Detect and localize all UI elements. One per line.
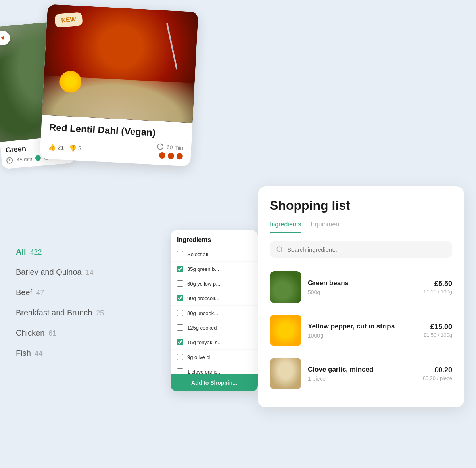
category-count-beef: 47: [36, 289, 44, 297]
item-name-garlic: Clove garlic, minced: [308, 365, 416, 374]
difficulty-dot-1: [159, 152, 165, 159]
ingredients-popup: Ingredients Select all 35g green b... 60…: [171, 230, 258, 391]
shopping-list-panel: Shopping list Ingredients Equipment Gree…: [258, 186, 464, 407]
item-price-main-greenbeans: £5.50: [424, 280, 452, 288]
search-input[interactable]: [287, 246, 446, 253]
item-price-main-yellowpepper: £15.00: [424, 323, 452, 331]
popup-item-6[interactable]: 15g teriyaki s...: [171, 335, 258, 350]
popup-item-8[interactable]: 1 clove garlic...: [171, 364, 258, 374]
search-box[interactable]: [270, 241, 452, 258]
ingredient-label-5: 125g cooked: [187, 325, 217, 331]
item-image-garlic: [270, 358, 301, 389]
card-votes: 👍 21 👎 5: [48, 143, 81, 152]
item-details-greenbeans: Green beans 500g: [308, 279, 417, 295]
card-main-image: NEW: [42, 4, 198, 123]
card-main-name: Red Lentil Dahl (Vegan): [49, 122, 184, 140]
ingredient-label-2: 60g yellow p...: [187, 281, 220, 287]
category-name-breakfast: Breakfast and Brunch: [16, 308, 92, 317]
select-all-checkbox[interactable]: [177, 251, 183, 257]
popup-item-7[interactable]: 9g olive oil: [171, 350, 258, 364]
ingredient-label-7: 9g olive oil: [187, 354, 211, 360]
ingredient-checkbox-6[interactable]: [177, 339, 183, 345]
category-item-fish[interactable]: Fish 44: [16, 343, 159, 363]
popup-item-1[interactable]: 35g green b...: [171, 262, 258, 276]
recipe-card-main[interactable]: NEW Red Lentil Dahl (Vegan) 👍 21 👎 5 60 …: [40, 4, 198, 166]
popup-item-4[interactable]: 80g uncook...: [171, 306, 258, 320]
category-count-breakfast: 25: [96, 309, 104, 317]
svg-point-0: [277, 247, 282, 251]
popup-item-5[interactable]: 125g cooked: [171, 320, 258, 335]
ingredient-checkbox-7[interactable]: [177, 354, 183, 360]
category-item-breakfast[interactable]: Breakfast and Brunch 25: [16, 303, 159, 323]
thumbs-up-count: 21: [58, 144, 64, 151]
category-name-all: All: [16, 247, 26, 257]
ingredient-checkbox-3[interactable]: [177, 295, 183, 301]
item-image-greenbeans: [270, 271, 301, 303]
category-name-barley: Barley and Quinoa: [16, 268, 82, 277]
item-details-yellowpepper: Yellow pepper, cut in strips 1000g: [308, 322, 417, 339]
category-item-barley[interactable]: Barley and Quinoa 14: [16, 262, 159, 282]
item-price-main-garlic: £0.20: [423, 366, 452, 374]
category-name-fish: Fish: [16, 349, 31, 358]
item-price-garlic: £0.20 £0.20 / piece: [423, 366, 452, 381]
category-name-chicken: Chicken: [16, 328, 44, 338]
shopping-item-garlic: Clove garlic, minced 1 piece £0.20 £0.20…: [270, 352, 452, 395]
item-qty-garlic: 1 piece: [308, 376, 416, 382]
difficulty-dot-3: [176, 153, 183, 160]
popup-ingredient-list: Select all 35g green b... 60g yellow p..…: [171, 247, 258, 374]
ingredient-checkbox-2[interactable]: [177, 280, 183, 287]
ingredient-label-4: 80g uncook...: [187, 310, 218, 316]
tab-equipment[interactable]: Equipment: [311, 221, 341, 233]
clock-icon: [6, 157, 13, 164]
item-price-yellowpepper: £15.00 £1.50 / 100g: [424, 323, 452, 338]
item-name-yellowpepper: Yellow pepper, cut in strips: [308, 322, 417, 331]
item-price-greenbeans: £5.50 £1.10 / 100g: [424, 280, 452, 295]
card-left-time: 45 min: [16, 155, 32, 163]
panel-tabs: Ingredients Equipment: [270, 221, 452, 233]
item-qty-yellowpepper: 1000g: [308, 332, 417, 339]
category-item-all[interactable]: All 422: [16, 242, 159, 262]
clock-icon-main: [157, 143, 164, 150]
card-main-time: 60 min: [157, 143, 184, 151]
panel-title: Shopping list: [270, 198, 452, 213]
popup-select-all[interactable]: Select all: [171, 247, 258, 262]
thumbs-down-count: 5: [78, 145, 82, 152]
category-count-fish: 44: [35, 349, 43, 358]
ingredient-checkbox-1[interactable]: [177, 266, 183, 272]
select-all-label: Select all: [187, 251, 208, 257]
search-icon: [276, 246, 283, 253]
item-qty-greenbeans: 500g: [308, 289, 417, 295]
category-count-chicken: 61: [48, 329, 56, 338]
item-price-per-yellowpepper: £1.50 / 100g: [424, 332, 452, 338]
category-list: All 422 Barley and Quinoa 14 Beef 47 Bre…: [16, 242, 159, 363]
item-image-yellowpepper: [270, 315, 301, 346]
category-name-beef: Beef: [16, 288, 32, 297]
ingredient-checkbox-8[interactable]: [177, 368, 183, 374]
category-item-chicken[interactable]: Chicken 61: [16, 323, 159, 343]
item-name-greenbeans: Green beans: [308, 279, 417, 288]
item-details-garlic: Clove garlic, minced 1 piece: [308, 365, 416, 382]
thumbs-down-icon: 👎: [69, 144, 77, 152]
popup-item-2[interactable]: 60g yellow p...: [171, 276, 258, 291]
shopping-item-yellowpepper: Yellow pepper, cut in strips 1000g £15.0…: [270, 309, 452, 352]
thumbs-up-icon: 👍: [48, 143, 56, 151]
ingredient-label-8: 1 clove garlic...: [187, 369, 222, 374]
tab-ingredients[interactable]: Ingredients: [270, 221, 301, 233]
ingredient-checkbox-5[interactable]: [177, 324, 183, 331]
category-count-all: 422: [30, 248, 42, 257]
ingredient-label-1: 35g green b...: [187, 266, 219, 272]
shopping-item-greenbeans: Green beans 500g £5.50 £1.10 / 100g: [270, 266, 452, 309]
add-to-shopping-button[interactable]: Add to Shoppin...: [171, 374, 258, 391]
category-item-beef[interactable]: Beef 47: [16, 282, 159, 303]
category-count-barley: 14: [86, 269, 94, 277]
item-price-per-garlic: £0.20 / piece: [423, 375, 452, 381]
heart-icon: ♥: [1, 35, 5, 42]
difficulty-dots: [159, 152, 183, 160]
item-price-per-greenbeans: £1.10 / 100g: [424, 289, 452, 295]
popup-header: Ingredients: [171, 230, 258, 247]
popup-item-3[interactable]: 90g broccoli...: [171, 291, 258, 306]
new-badge: NEW: [54, 12, 83, 28]
difficulty-dot-2: [167, 153, 174, 159]
ingredient-checkbox-4[interactable]: [177, 310, 183, 316]
ingredient-label-3: 90g broccoli...: [187, 295, 219, 301]
